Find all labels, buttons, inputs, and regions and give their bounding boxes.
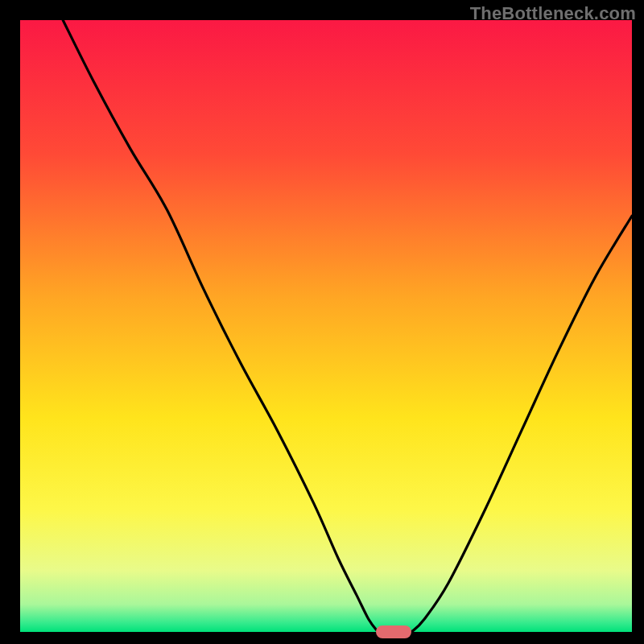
chart-frame: TheBottleneck.com [0,0,644,644]
plot-area [20,20,632,632]
gradient-background [20,20,632,632]
optimum-marker [376,625,411,638]
attribution-watermark: TheBottleneck.com [470,3,636,24]
chart-svg [20,20,632,632]
